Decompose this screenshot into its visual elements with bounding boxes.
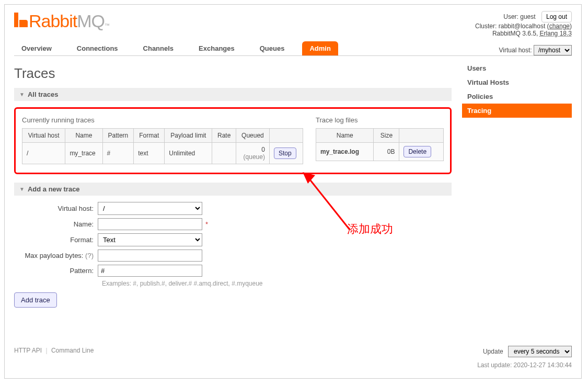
footer-links: HTTP API | Command Line <box>14 347 94 354</box>
sidebar-item-vhosts[interactable]: Virtual Hosts <box>462 75 572 89</box>
logfiles-table: Name Size my_trace.log 0B Delete <box>316 128 444 161</box>
add-trace-form: Virtual host: / Name: * Format: Text Max… <box>14 202 452 308</box>
section-all-traces[interactable]: ▼ All traces <box>14 88 452 101</box>
delete-button[interactable]: Delete <box>403 146 431 157</box>
col-logactions <box>399 129 444 143</box>
cell-limit: Unlimited <box>165 143 212 164</box>
vhost-label: Virtual host: <box>499 47 532 54</box>
form-pattern-label: Pattern: <box>14 267 98 275</box>
footer-status: Update every 5 seconds Last update: 2020… <box>477 346 572 369</box>
help-icon[interactable]: (?) <box>85 252 94 259</box>
disclosure-down-icon: ▼ <box>19 92 25 97</box>
last-update: Last update: 2020-12-27 14:30:44 <box>477 361 572 369</box>
section-all-traces-label: All traces <box>28 90 59 98</box>
tab-overview[interactable]: Overview <box>14 41 59 55</box>
cell-action: Stop <box>269 143 303 164</box>
cell-vhost: / <box>22 143 65 164</box>
cluster-label: Cluster: <box>475 22 497 30</box>
sidebar: Users Virtual Hosts Policies Tracing <box>462 61 572 308</box>
col-logname: Name <box>316 129 374 143</box>
tab-queues[interactable]: Queues <box>252 41 292 55</box>
sidebar-item-users[interactable]: Users <box>462 61 572 75</box>
col-rate: Rate <box>212 129 236 143</box>
header: RabbitMQ™ User: guest Log out Cluster: r… <box>5 5 581 37</box>
col-name: Name <box>65 129 102 143</box>
sidebar-item-policies[interactable]: Policies <box>462 89 572 104</box>
logo: RabbitMQ™ <box>14 11 110 37</box>
form-maxpayload-label: Max payload bytes: (?) <box>14 252 98 259</box>
col-size: Size <box>374 129 399 143</box>
form-name-input[interactable] <box>98 218 202 230</box>
queued-count: 0 <box>261 146 265 153</box>
update-interval-select[interactable]: every 5 seconds <box>508 346 572 357</box>
main-tabs: Overview Connections Channels Exchanges … <box>14 41 338 55</box>
change-cluster-link[interactable]: change <box>549 22 570 30</box>
table-row: my_trace.log 0B Delete <box>316 143 444 161</box>
form-maxpayload-input[interactable] <box>98 250 202 262</box>
stop-button[interactable]: Stop <box>274 148 296 159</box>
form-format-select[interactable]: Text <box>98 233 202 246</box>
cell-format: text <box>134 143 165 164</box>
footer-separator: | <box>45 347 47 354</box>
cluster-name: rabbit@localhost <box>499 22 546 30</box>
table-header-row: Virtual host Name Pattern Format Payload… <box>22 129 303 143</box>
add-trace-button[interactable]: Add trace <box>14 292 57 308</box>
update-label: Update <box>483 348 503 355</box>
col-actions <box>269 129 303 143</box>
col-payload-limit: Payload limit <box>165 129 212 143</box>
tables-row: Currently running traces Virtual host Na… <box>22 114 444 164</box>
highlight-box: Currently running traces Virtual host Na… <box>14 107 452 174</box>
section-add-trace-label: Add a new trace <box>28 185 80 193</box>
logo-text-mq: MQ <box>77 11 105 31</box>
tab-exchanges[interactable]: Exchanges <box>191 41 242 55</box>
table-header-row: Name Size <box>316 129 444 143</box>
section-add-trace[interactable]: ▼ Add a new trace <box>14 183 452 196</box>
queued-sub: (queue) <box>244 153 265 161</box>
header-right: User: guest Log out Cluster: rabbit@loca… <box>475 11 572 37</box>
tab-admin[interactable]: Admin <box>302 41 338 55</box>
cell-logaction: Delete <box>399 143 444 161</box>
sidebar-item-tracing[interactable]: Tracing <box>462 104 572 118</box>
col-vhost: Virtual host <box>22 129 65 143</box>
col-queued: Queued <box>236 129 269 143</box>
tab-channels[interactable]: Channels <box>136 41 181 55</box>
form-vhost-select[interactable]: / <box>98 202 202 215</box>
command-line-link[interactable]: Command Line <box>51 347 94 354</box>
cell-rate <box>212 143 236 164</box>
logo-tm: ™ <box>105 22 110 28</box>
logo-text-rabbit: Rabbit <box>29 11 77 31</box>
user-name: guest <box>520 13 535 20</box>
form-pattern-input[interactable] <box>98 265 202 277</box>
form-format-label: Format: <box>14 236 98 244</box>
logfiles-panel: Trace log files Name Size my_trace.log 0… <box>316 114 444 164</box>
user-label: User: <box>503 13 518 20</box>
http-api-link[interactable]: HTTP API <box>14 347 42 354</box>
table-row: / my_trace # text Unlimited 0 (queue) <box>22 143 303 164</box>
main-content: Traces ▼ All traces Currently running tr… <box>14 61 452 308</box>
vhost-selector-row: Virtual host: /myhost <box>499 45 572 55</box>
cell-queued: 0 (queue) <box>236 143 269 164</box>
col-pattern: Pattern <box>102 129 134 143</box>
form-name-label: Name: <box>14 220 98 228</box>
rabbitmq-logo-icon <box>14 13 28 27</box>
tab-connections[interactable]: Connections <box>70 41 125 55</box>
cell-name: my_trace <box>65 143 102 164</box>
pattern-examples: Examples: #, publish.#, deliver.# #.amq.… <box>102 280 452 287</box>
form-vhost-label: Virtual host: <box>14 205 98 212</box>
cell-size: 0B <box>374 143 399 161</box>
cell-pattern: # <box>102 143 134 164</box>
app-frame: RabbitMQ™ User: guest Log out Cluster: r… <box>4 4 582 379</box>
running-traces-table: Virtual host Name Pattern Format Payload… <box>22 128 303 164</box>
running-traces-panel: Currently running traces Virtual host Na… <box>22 114 303 164</box>
vhost-select[interactable]: /myhost <box>534 45 572 55</box>
logout-button[interactable]: Log out <box>541 11 572 22</box>
disclosure-down-icon: ▼ <box>19 186 25 192</box>
page-title: Traces <box>14 65 452 82</box>
col-format: Format <box>134 129 165 143</box>
cell-logname[interactable]: my_trace.log <box>316 143 374 161</box>
sidebar-list: Users Virtual Hosts Policies Tracing <box>462 61 572 118</box>
running-traces-heading: Currently running traces <box>22 116 303 124</box>
required-marker: * <box>205 220 208 228</box>
main-columns: Traces ▼ All traces Currently running tr… <box>5 56 581 308</box>
nav-row: Overview Connections Channels Exchanges … <box>5 37 581 55</box>
